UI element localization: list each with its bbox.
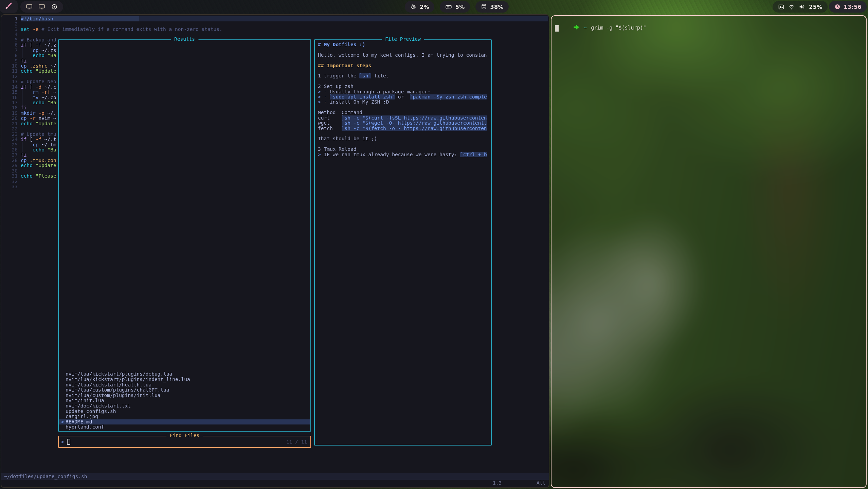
text-segment: ~/.tm [38,142,56,147]
result-item[interactable]: nvim/doc/kickstart.txt [59,403,310,409]
disk-icon [481,3,487,10]
record-icon [51,3,58,11]
result-item[interactable]: nvim/lua/custom/plugins/init.lua [59,393,310,398]
tray-pill[interactable]: 25% [773,1,827,13]
result-item[interactable]: nvim/lua/custom/plugins/chatGPT.lua [59,387,310,393]
launcher-button[interactable] [0,0,18,13]
text-segment: cp [21,115,26,121]
text-segment: fi [21,105,26,110]
text-segment [44,100,48,105]
shell-terminal-window[interactable]: ~ grim -g "$(slurp)" [551,15,867,488]
line-number: 17 [9,100,18,105]
preview-line: # My Dotfiles :) [318,42,490,47]
text-segment [33,121,36,126]
preview-line [318,142,490,147]
nvim-terminal-window[interactable]: 1#!/bin/bash23set -e # Exit immediately … [1,14,549,488]
result-item[interactable]: hyprland.conf [59,424,310,430]
clock-time: 13:56 [844,4,862,10]
memory-module[interactable]: 5% [440,1,470,13]
text-segment: [ [26,137,35,142]
line-number: 2 [9,21,18,26]
window-list-pill[interactable] [20,1,63,13]
image-icon [778,3,785,11]
text-segment [44,147,48,152]
text-segment: ~/.zs [38,48,56,53]
text-segment: Hello, welcome to my kewl configs. I am … [318,53,487,58]
disk-module[interactable]: 38% [475,1,509,13]
preview-line [318,131,490,136]
preview-content: # My Dotfiles :)Hello, welcome to my kew… [318,42,490,444]
result-item[interactable]: nvim/init.lua [59,398,310,403]
result-item[interactable]: nvim/lua/kickstart/health.lua [59,382,310,388]
text-segment: echo [33,147,44,152]
line-number: 11 [9,69,18,74]
selection-caret: > [59,419,66,425]
preview-line [318,68,490,73]
line-number: 18 [9,105,18,110]
text-segment: [ [26,42,35,48]
text-segment: # Exit immediately if a command exits wi… [41,26,222,32]
clock-module[interactable]: 13:56 [829,1,867,13]
text-segment: ~/.t [41,137,56,142]
telescope-results-panel: Results nvim/lua/kickstart/plugins/debug… [58,39,311,432]
statusline: ~/dotfiles/update_configs.sh [1,473,549,480]
text-segment: fetch [318,126,342,131]
preview-line: > - `sudo apt install zsh` or `pacman -S… [318,94,490,99]
text-segment: echo [21,173,33,179]
text-segment: -r [30,115,35,121]
monitor-icon [25,3,33,11]
text-segment: if [21,42,26,48]
preview-line: Method Command [318,110,490,115]
preview-line: > IF we ran tmux already because we were… [318,152,490,157]
selection-caret [59,424,66,430]
line-number: 20 [9,116,18,121]
system-stats-group: 2% 5% 38% [405,1,509,13]
text-segment: `sh -c "$(curl -fsSL https://raw.githubu… [342,115,487,121]
line-number: 7 [9,48,18,53]
text-segment: # Backup and [21,37,56,42]
result-filename: hyprland.conf [66,424,104,430]
line-number: 12 [9,74,18,79]
monitor-icon [38,3,46,11]
selection-caret [59,403,66,409]
text-segment: cp [33,48,38,53]
result-item[interactable]: update_configs.sh [59,409,310,414]
result-filename: nvim/lua/kickstart/plugins/indent_line.l… [66,377,190,382]
text-segment: `pacman -Sy zsh zsh-comple [410,94,487,99]
line-number: 5 [9,37,18,42]
line-number: 3 [9,27,18,32]
cpu-module[interactable]: 2% [405,1,434,13]
result-filename: catgirl.jpg [66,414,98,419]
text-segment: ~/.c [41,84,56,90]
line-number: 33 [9,184,18,189]
cwd-label: ~ [584,25,587,31]
result-item[interactable]: nvim/lua/kickstart/plugins/indent_line.l… [59,377,310,382]
text-segment: │ [21,147,24,152]
telescope-prompt[interactable]: Find Files > 11 / 11 [58,436,311,448]
selection-caret [59,393,66,398]
preview-line: 1 trigger the `sh` file. [318,73,490,78]
selection-caret [59,387,66,393]
prompt-text-cursor[interactable] [67,439,70,445]
text-segment [24,53,33,58]
text-segment: "Ba [48,147,56,152]
text-segment [26,158,30,163]
text-segment: fi [21,58,26,64]
result-item-selected[interactable]: >README.md [59,419,310,425]
text-segment: [ [26,84,35,90]
result-item[interactable]: catgirl.jpg [59,414,310,419]
terminal-block-cursor[interactable] [555,25,559,32]
preview-line: ## Important steps [318,63,490,68]
line-number: 1 [9,16,18,21]
result-item[interactable]: nvim/lua/kickstart/plugins/debug.lua [59,372,310,377]
line-number: 13 [9,79,18,84]
preview-line [318,105,490,110]
preview-line [318,58,490,63]
code-line: 3set -e # Exit immediately if a command … [1,27,548,32]
results-list[interactable]: nvim/lua/kickstart/plugins/debug.luanvim… [59,372,310,430]
text-segment: # Update tmu [21,131,56,137]
text-segment: `sh -c "$(fetch -o - https://raw.githubu… [342,126,487,131]
text-segment: .tmux.con [30,158,56,163]
text-segment: set [21,26,30,32]
line-number: 30 [9,168,18,174]
